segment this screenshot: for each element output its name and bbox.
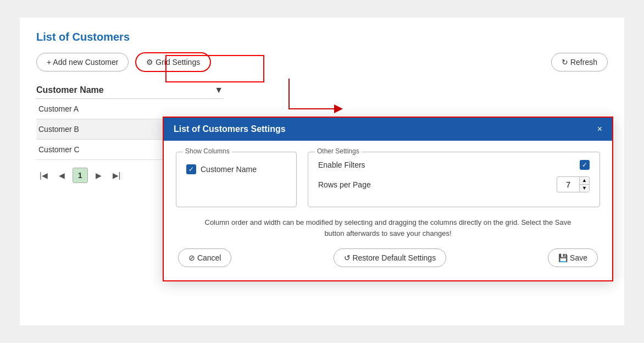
customer-name-cell: Customer C (36, 145, 80, 154)
toolbar: + Add new Customer ⚙ Grid Settings ↻ Ref… (36, 52, 608, 72)
enable-filters-label: Enable Filters (318, 161, 365, 169)
modal-close-button[interactable]: × (597, 124, 602, 134)
customer-name-cell: Customer A (36, 104, 79, 113)
show-columns-section: Show Columns ✓ Customer Name (176, 152, 297, 207)
next-page-button[interactable]: ▶ (92, 169, 105, 182)
settings-modal: List of Customers Settings × Show Column… (163, 117, 613, 281)
rows-per-page-right: ▲ ▼ (557, 176, 590, 192)
enable-filters-checkbox[interactable]: ✓ (580, 160, 590, 170)
save-button[interactable]: 💾 Save (548, 248, 598, 267)
column-header-customer-name: Customer Name (36, 85, 104, 95)
modal-footer: ⊘ Cancel ↺ Restore Default Settings 💾 Sa… (176, 248, 600, 269)
filter-icon[interactable]: ▼ (214, 85, 223, 95)
customer-name-option: Customer Name (201, 165, 257, 174)
prev-page-button[interactable]: ◀ (55, 169, 68, 182)
other-settings-label: Other Settings (315, 147, 362, 155)
modal-body: Show Columns ✓ Customer Name Other Setti… (164, 141, 612, 280)
page-container: List of Customers + Add new Customer ⚙ G… (20, 18, 624, 325)
last-page-button[interactable]: ▶| (109, 169, 124, 182)
modal-sections: Show Columns ✓ Customer Name Other Setti… (176, 152, 600, 207)
other-settings-section: Other Settings Enable Filters ✓ Rows per… (308, 152, 600, 207)
show-columns-label: Show Columns (183, 147, 232, 155)
increment-button[interactable]: ▲ (580, 177, 589, 185)
first-page-button[interactable]: |◀ (36, 169, 51, 182)
rows-per-page-row: Rows per Page ▲ ▼ (318, 176, 590, 192)
enable-filters-right: ✓ (580, 160, 590, 170)
rows-per-page-input[interactable] (557, 178, 579, 191)
customer-name-checkbox-row[interactable]: ✓ Customer Name (186, 164, 286, 174)
modal-header: List of Customers Settings × (164, 118, 612, 141)
enable-filters-row: Enable Filters ✓ (318, 160, 590, 170)
current-page: 1 (73, 168, 88, 183)
add-customer-button[interactable]: + Add new Customer (36, 53, 129, 71)
cancel-button[interactable]: ⊘ Cancel (178, 248, 231, 267)
customer-name-cell: Customer B (36, 125, 79, 134)
grid-settings-button[interactable]: ⚙ Grid Settings (135, 52, 211, 72)
page-title: List of Customers (36, 31, 608, 43)
grid-header: Customer Name ▼ (36, 81, 223, 99)
modal-title: List of Customers Settings (174, 124, 286, 134)
refresh-button[interactable]: ↻ Refresh (551, 53, 608, 71)
restore-default-button[interactable]: ↺ Restore Default Settings (334, 248, 447, 267)
rows-per-page-input-box: ▲ ▼ (557, 176, 590, 192)
decrement-button[interactable]: ▼ (580, 185, 589, 192)
rows-per-page-label: Rows per Page (318, 180, 371, 189)
info-text: Column order and width can be modified b… (201, 217, 575, 239)
spinner-controls: ▲ ▼ (579, 177, 589, 192)
customer-name-checkbox[interactable]: ✓ (186, 164, 196, 174)
